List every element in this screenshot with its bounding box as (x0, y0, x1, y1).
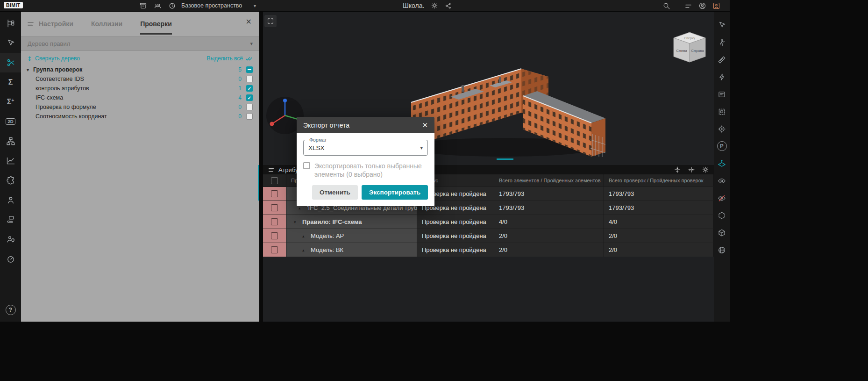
topbar-tools (139, 0, 176, 11)
tab-settings[interactable]: Настройки (39, 13, 73, 35)
tree-item[interactable]: IFC-схема 4 ✓ (21, 93, 259, 102)
tree-item-label: Проверка по формуле (36, 104, 96, 110)
user-icon[interactable] (0, 190, 21, 210)
avatar-icon[interactable] (712, 2, 720, 10)
navcube-right-label: Справа (691, 49, 704, 53)
ghost-cube-icon[interactable] (714, 207, 730, 224)
table-row[interactable]: ▴Модель: АР Проверка не пройдена 2/0 2/0 (263, 229, 714, 243)
note-card-icon[interactable] (714, 86, 730, 103)
visibility-eye-icon[interactable] (714, 172, 730, 189)
close-icon[interactable]: ✕ (422, 122, 428, 129)
table-row[interactable]: ▾Правило: IFC-схема Проверка не пройдена… (263, 215, 714, 229)
column-checks[interactable]: Всего проверок / Пройденных проверок (604, 174, 714, 187)
column-elements[interactable]: Всего элементов / Пройденных элементов (494, 174, 604, 187)
tree-item[interactable]: Соответствие IDS 0 (21, 74, 259, 84)
row-caret-icon[interactable]: ▴ (302, 234, 308, 238)
sum-icon[interactable]: Σ (0, 72, 21, 92)
access-hand-icon[interactable] (0, 210, 21, 230)
chevron-down-icon: ▾ (420, 145, 423, 151)
row-checkbox[interactable] (271, 190, 278, 197)
tree-item[interactable]: ▾ Группа проверок 5 (21, 65, 259, 74)
building-model[interactable] (406, 41, 606, 163)
hierarchy-icon[interactable] (0, 131, 21, 151)
row-checkbox[interactable] (271, 232, 278, 239)
user-location-icon[interactable] (0, 230, 21, 249)
solid-cube-icon[interactable] (714, 224, 730, 241)
row-checkbox[interactable] (271, 204, 278, 211)
only-selected-option[interactable]: Экспортировать только выбранные элементы… (303, 162, 428, 179)
format-select[interactable]: Формат XLSX ▾ (303, 140, 428, 156)
hide-eye-off-icon[interactable] (714, 189, 730, 207)
team-icon[interactable] (154, 2, 162, 10)
caret-down-icon[interactable]: ▾ (27, 67, 33, 72)
select-cursor-icon[interactable] (0, 33, 21, 53)
row-caret-icon[interactable]: ▴ (302, 248, 308, 252)
cancel-button[interactable]: Отменить (312, 185, 358, 200)
navigation-cube[interactable]: Сверху Слева Справа (672, 30, 707, 66)
panel-scrollbar-thumb[interactable] (258, 165, 259, 201)
only-selected-label: Экспортировать только выбранные элементы… (314, 162, 428, 179)
list-icon[interactable] (684, 2, 692, 10)
gear-icon[interactable] (431, 2, 438, 9)
section-box-icon[interactable] (714, 103, 730, 120)
tree-item-checkbox[interactable] (246, 66, 253, 73)
orbit-cursor-icon[interactable] (714, 16, 730, 34)
share-icon[interactable] (445, 2, 452, 9)
plan-parking-icon[interactable]: P (714, 137, 730, 155)
table-settings-gear-icon[interactable] (702, 166, 709, 173)
viewfinder-icon (267, 17, 274, 25)
tree-item[interactable]: контроль атрибутов 1 ✓ (21, 84, 259, 93)
export-button[interactable]: Экспортировать (362, 185, 428, 200)
row-elements: 1793/793 (494, 187, 604, 201)
chart-icon[interactable] (0, 151, 21, 171)
align-horizontal-icon[interactable] (688, 166, 695, 173)
format-select-value: XLSX (308, 144, 325, 151)
only-selected-checkbox[interactable] (303, 162, 310, 169)
tree-item-checkbox[interactable]: ✓ (246, 85, 253, 92)
focus-target-icon[interactable] (714, 120, 730, 137)
walk-mode-icon[interactable] (714, 34, 730, 51)
tree-item-label: Группа проверок (33, 66, 82, 73)
help-button[interactable]: ? (6, 305, 16, 315)
panel-menu-icon[interactable] (27, 20, 35, 28)
collapse-tree-link[interactable]: Свернуть дерево (27, 55, 80, 62)
double-check-icon (245, 55, 253, 62)
tab-collisions[interactable]: Коллизии (91, 13, 122, 35)
tree-item-checkbox[interactable] (246, 104, 253, 110)
plugins-icon[interactable] (0, 171, 21, 190)
globe-icon[interactable] (714, 241, 730, 259)
measure-ruler-icon[interactable] (714, 51, 730, 68)
row-checkbox[interactable] (271, 218, 278, 225)
table-row[interactable]: ▴Модель: ВК Проверка не пройдена 2/0 2/0 (263, 243, 714, 257)
select-all-link[interactable]: Выделить всё (206, 55, 253, 62)
align-vertical-icon[interactable] (674, 166, 681, 173)
tree-item-checkbox[interactable]: ✓ (246, 94, 253, 101)
tab-checks[interactable]: Проверки (140, 13, 172, 35)
lightning-icon[interactable] (714, 68, 730, 86)
app-logo: BIMiT (4, 2, 23, 8)
close-icon[interactable]: ✕ (246, 18, 252, 26)
tree-item-checkbox[interactable] (246, 113, 253, 120)
dialog-title: Экспорт отчета (303, 122, 349, 129)
view-2d-icon[interactable]: 2D (0, 112, 21, 131)
archive-box-icon[interactable] (139, 2, 147, 10)
structure-tree-icon[interactable] (0, 14, 21, 33)
tree-item[interactable]: Соотносимость координат 0 (21, 112, 259, 121)
tree-item-checkbox[interactable] (246, 76, 253, 82)
search-icon[interactable] (662, 2, 670, 10)
rules-tree-dropdown[interactable]: Дерево правил ▾ (21, 36, 259, 51)
clip-plane-icon[interactable] (714, 155, 730, 172)
workspace-selector[interactable]: Базовое пространство ▾ (181, 0, 256, 11)
history-icon[interactable] (168, 2, 176, 10)
clip-scissors-icon[interactable] (0, 53, 21, 72)
account-icon[interactable] (698, 2, 706, 10)
row-caret-icon[interactable]: ▾ (294, 220, 299, 224)
select-all-checkbox[interactable] (271, 177, 278, 184)
sum-add-icon[interactable]: Σ+ (0, 92, 21, 112)
dashboard-gauge-icon[interactable] (0, 249, 21, 269)
right-toolbar: P (714, 12, 730, 322)
tree-item[interactable]: Проверка по формуле 0 (21, 102, 259, 112)
row-checkbox[interactable] (271, 246, 278, 253)
results-menu-icon[interactable] (268, 166, 275, 173)
fit-view-button[interactable] (264, 15, 277, 27)
